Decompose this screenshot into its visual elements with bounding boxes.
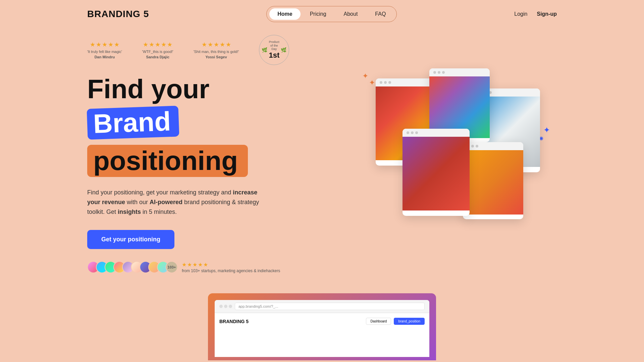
testimonial-1: ★ ★ ★ ★ ★ 'It truly felt like magic' Dan…: [87, 41, 122, 59]
spark-icon-2: ✦: [369, 78, 375, 87]
testimonial-2: ★ ★ ★ ★ ★ 'WTF_this is good!' Sandra Dja…: [142, 41, 173, 59]
screenshot-section: app.branding5.com/?_... BRANDING 5 Dashb…: [0, 293, 644, 360]
hero-section: Find your Brand positioning Find your po…: [0, 68, 644, 273]
browser-card-5: [463, 142, 523, 219]
auth-buttons: Login Sign-up: [514, 11, 557, 17]
browser-card-4: [402, 129, 470, 216]
user-row: 103+ ★ ★ ★ ★ ★ from 103+ startups, marke…: [87, 261, 349, 273]
badge-label: Product of the Day: [269, 40, 279, 51]
nav-item-about[interactable]: About: [336, 8, 366, 20]
hero-title: Find your Brand positioning: [87, 75, 349, 177]
hero-image-collage: ✦ ✦ ✦ ✺: [376, 68, 537, 236]
testimonial-text-1: 'It truly felt like magic': [87, 50, 122, 54]
logo: BRANDING 5: [87, 9, 149, 19]
user-count-text: from 103+ startups, marketing agencies &…: [182, 268, 280, 273]
user-stars: ★ ★ ★ ★ ★: [182, 261, 280, 268]
screenshot-url: app.branding5.com/?_...: [235, 303, 425, 310]
login-button[interactable]: Login: [514, 11, 527, 17]
screenshot-btn-2[interactable]: brand_position: [394, 318, 425, 325]
screenshot-inner: app.branding5.com/?_... BRANDING 5 Dashb…: [215, 300, 429, 357]
product-of-day-badge: 🌿 Product of the Day 1st 🌿: [259, 35, 289, 65]
badge-rank: 1st: [269, 51, 279, 60]
spark-icon-3: ✦: [543, 125, 550, 135]
hero-line1: Find your: [87, 75, 349, 103]
hero-left: Find your Brand positioning Find your po…: [87, 75, 349, 273]
browser-bar-5: [463, 142, 523, 150]
testimonial-author-2: Sandra Djajic: [146, 55, 169, 59]
screenshot-actions: Dashboard brand_position: [366, 318, 425, 325]
nav-item-pricing[interactable]: Pricing: [302, 8, 334, 20]
user-stars-section: ★ ★ ★ ★ ★ from 103+ startups, marketing …: [182, 261, 280, 273]
screenshot-logo: BRANDING 5: [219, 319, 249, 324]
nav-item-faq[interactable]: FAQ: [367, 8, 394, 20]
hero-brand-word: Brand: [87, 106, 179, 139]
nav: Home Pricing About FAQ: [266, 6, 397, 22]
nav-item-home[interactable]: Home: [269, 8, 300, 20]
avatar-count-badge: 103+: [166, 261, 178, 273]
stars-2: ★ ★ ★ ★ ★: [143, 41, 172, 48]
avatar-stack: 103+: [87, 261, 178, 273]
testimonial-3: ★ ★ ★ ★ ★ 'Shit man, this thing is gold!…: [194, 41, 239, 59]
hero-positioning-word: positioning: [87, 145, 248, 177]
social-proof-bar: ★ ★ ★ ★ ★ 'It truly felt like magic' Dan…: [0, 32, 644, 68]
screenshot-browser-bar: app.branding5.com/?_...: [215, 300, 429, 313]
stars-1: ★ ★ ★ ★ ★: [90, 41, 119, 48]
browser-bar-4: [402, 129, 470, 137]
screenshot-btn-1[interactable]: Dashboard: [366, 318, 391, 325]
screenshot-content: BRANDING 5 Dashboard brand_position: [215, 313, 429, 329]
hero-description: Find your positioning, get your marketin…: [87, 188, 262, 217]
signup-button[interactable]: Sign-up: [537, 11, 557, 17]
header: BRANDING 5 Home Pricing About FAQ Login …: [0, 0, 644, 28]
screenshot-container: app.branding5.com/?_... BRANDING 5 Dashb…: [208, 293, 436, 360]
testimonial-text-3: 'Shit man, this thing is gold!': [194, 50, 239, 54]
card-image-4: [402, 137, 470, 210]
spark-icon-1: ✦: [362, 72, 368, 80]
browser-bar-2: [429, 68, 490, 76]
testimonial-author-1: Dan Mindru: [95, 55, 115, 59]
testimonial-author-3: Yossi Segev: [206, 55, 227, 59]
testimonial-text-2: 'WTF_this is good!': [142, 50, 173, 54]
cta-button[interactable]: Get your positioning: [87, 230, 174, 249]
stars-3: ★ ★ ★ ★ ★: [202, 41, 231, 48]
card-image-5: [463, 150, 523, 215]
